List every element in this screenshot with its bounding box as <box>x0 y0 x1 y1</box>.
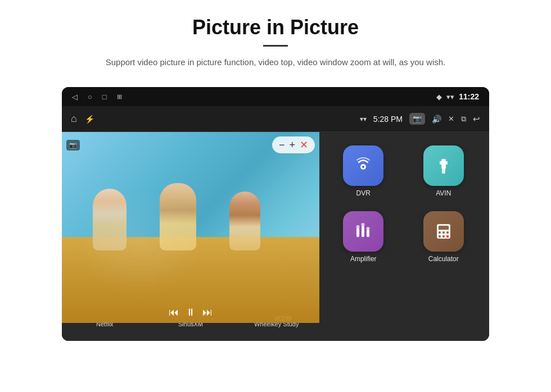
pip-resize-controls: − + ✕ <box>272 136 315 153</box>
amplifier-icon <box>343 211 383 252</box>
pip-video: VC299 <box>62 132 319 323</box>
close-icon[interactable]: ✕ <box>448 115 454 123</box>
home-icon[interactable]: ⌂ <box>71 113 77 125</box>
back-icon[interactable]: ↩ <box>473 114 480 124</box>
dvr-icon <box>343 145 383 186</box>
pip-prev-button[interactable]: ⏮ <box>169 307 179 318</box>
svg-point-17 <box>439 235 441 238</box>
avin-icon <box>423 145 464 186</box>
wifi-icon: ▾▾ <box>446 93 454 101</box>
app-item-calculator[interactable]: Calculator <box>404 203 484 269</box>
pip-icon[interactable]: ⧉ <box>461 115 466 124</box>
status-bar: ◁ ○ □ ⊞ ◆ ▾▾ 11:22 <box>62 87 489 106</box>
volume-icon[interactable]: 🔊 <box>432 115 441 124</box>
svg-point-15 <box>442 231 445 234</box>
app-bar-time: 5:28 PM <box>373 115 403 124</box>
status-time: 11:22 <box>459 92 479 101</box>
calculator-label: Calculator <box>428 255 459 263</box>
status-bar-right: ◆ ▾▾ 11:22 <box>436 92 479 101</box>
svg-rect-13 <box>439 226 449 230</box>
pip-container[interactable]: VC299 📷 − + ✕ ⏮ ⏸ ⏭ <box>62 132 319 323</box>
apps-grid: DVR AVIN <box>318 132 489 341</box>
location-icon: ◆ <box>436 93 442 101</box>
usb-icon: ⚡ <box>85 115 94 124</box>
page-title-divider <box>263 45 288 47</box>
svg-rect-3 <box>440 161 441 165</box>
app-bar-right: ▾▾ 5:28 PM 📷 🔊 ✕ ⧉ ↩ <box>360 113 480 125</box>
pip-minus-button[interactable]: − <box>279 139 285 151</box>
wifi-signal-icon: ▾▾ <box>360 115 367 123</box>
pip-plus-button[interactable]: + <box>289 139 295 151</box>
app-bar: ⌂ ⚡ ▾▾ 5:28 PM 📷 🔊 ✕ ⧉ ↩ <box>62 106 489 132</box>
svg-point-1 <box>362 166 364 168</box>
app-item-amplifier[interactable]: Amplifier <box>323 203 404 269</box>
status-bar-nav: ◁ ○ □ ⊞ <box>72 93 122 101</box>
pip-pause-button[interactable]: ⏸ <box>186 307 196 318</box>
svg-rect-2 <box>441 159 446 169</box>
device-frame: ◁ ○ □ ⊞ ◆ ▾▾ 11:22 ⌂ ⚡ ▾▾ 5:28 PM 📷 🔊 ✕ … <box>62 87 489 341</box>
avin-label: AVIN <box>436 189 451 197</box>
pip-next-button[interactable]: ⏭ <box>202 307 213 318</box>
svg-point-18 <box>442 235 445 238</box>
nav-back-icon[interactable]: ◁ <box>72 93 78 101</box>
page-title: Picture in Picture <box>34 16 517 39</box>
svg-rect-19 <box>446 235 449 238</box>
svg-point-11 <box>367 227 370 230</box>
pip-playback: ⏮ ⏸ ⏭ <box>169 307 213 318</box>
svg-rect-5 <box>442 169 445 174</box>
page-subtitle: Support video picture in picture functio… <box>56 56 495 69</box>
watermark: VC299 <box>274 316 291 322</box>
dvr-label: DVR <box>356 189 371 197</box>
svg-rect-6 <box>356 228 359 237</box>
pip-close-button[interactable]: ✕ <box>300 139 308 151</box>
svg-point-9 <box>356 225 360 229</box>
svg-point-10 <box>362 223 365 226</box>
app-bar-left: ⌂ ⚡ <box>71 113 94 125</box>
svg-rect-4 <box>446 161 448 165</box>
camera-icon[interactable]: 📷 <box>409 113 425 125</box>
svg-rect-8 <box>367 230 369 237</box>
svg-point-16 <box>446 231 449 234</box>
main-area: VC299 📷 − + ✕ ⏮ ⏸ ⏭ Netflix <box>62 132 489 341</box>
pip-controls: 📷 − + ✕ <box>66 136 315 153</box>
svg-rect-7 <box>362 226 364 237</box>
svg-point-14 <box>439 231 441 234</box>
nav-home-icon[interactable]: ○ <box>88 93 92 101</box>
calculator-icon <box>423 211 464 252</box>
app-item-avin[interactable]: AVIN <box>404 138 484 203</box>
app-item-dvr[interactable]: DVR <box>323 138 404 203</box>
page-header: Picture in Picture Support video picture… <box>0 0 551 79</box>
nav-menu-icon[interactable]: ⊞ <box>117 93 122 101</box>
nav-square-icon[interactable]: □ <box>102 93 107 101</box>
pip-cam-icon: 📷 <box>66 140 80 151</box>
amplifier-label: Amplifier <box>350 255 377 263</box>
